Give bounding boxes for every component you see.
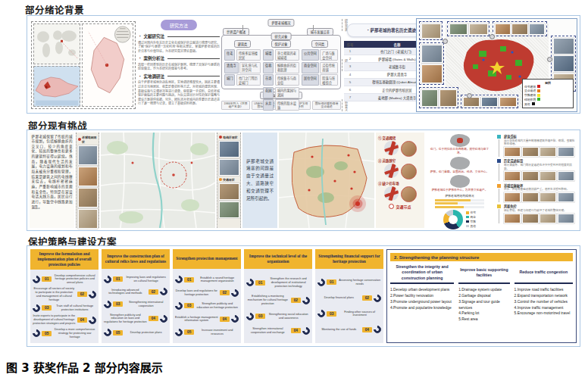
strip-label: 老城电网现状 [78, 135, 98, 144]
damage-photos [504, 214, 577, 223]
connector-dot [467, 93, 472, 98]
planning-col-2: Improve basic supporting facilities 1.Dr… [458, 264, 509, 339]
city-map-overlay-graphic [279, 133, 374, 228]
damage-tag: 建筑受损 [504, 134, 577, 139]
item-number-chip: 04 [77, 317, 87, 323]
flow-group-name: 空间类 [311, 40, 329, 48]
method-title: ・案例分析法 [138, 55, 220, 61]
card-item: Establish a sound heritage management or… [175, 276, 239, 283]
bar [435, 206, 484, 208]
card-item: Finding other sources of investment03 [317, 310, 381, 317]
flow-mid-title: 研究对象 [271, 33, 292, 40]
card-item: Improving laws and regulations on cultur… [104, 276, 167, 283]
card-item: Strengthen the research and development … [246, 277, 310, 288]
country-silhouette [450, 134, 470, 147]
method-item: ・文献研究法 通过对国内外有关历史文化名城保护的文献进行梳理与研究，了解“保护与… [138, 33, 220, 53]
ring-icon [301, 295, 311, 305]
planning-item: 2.Garbage disposal [458, 293, 509, 299]
planning-item: 3.Promote underground power layout [390, 299, 454, 305]
flow-item: 城墙夯土砌筑的老城城墙 [263, 49, 299, 61]
ring-icon [158, 314, 169, 324]
photo-frame [419, 87, 458, 108]
ring-icon [31, 274, 42, 285]
method-body: 通过对国内外有关历史文化名城保护的文献进行梳理与研究，了解“保护与更新”“活化利… [138, 41, 220, 54]
item-number-chip: 02 [220, 290, 230, 295]
planning-col-title: Reduce traffic congestion [514, 264, 573, 284]
research-methods: 研究方法 ・文献研究法 通过对国内外有关历史文化名城保护的文献进行梳理与研究，了… [138, 18, 220, 112]
damage-column: 建筑受损 战火导致老城内大量传统塔楼建筑外墙开裂、倒塌，亟需抢救性修缮。 历史遗… [495, 133, 579, 228]
flow-item: 商业空间沿街传统商铺 [302, 62, 338, 73]
flow-group-name: 建筑类 [234, 40, 252, 48]
road-diagram [384, 164, 399, 178]
legend-color-swatch [466, 225, 469, 228]
item-number-chip: 01 [113, 276, 123, 282]
item-number-chip: 04 [149, 316, 158, 321]
damage-row: 历史遗迹损毁 部分清真寺、城门等历史遗迹在冲突中受到不同程度的损毁。 [497, 158, 577, 181]
item-number-chip: 04 [291, 328, 301, 333]
planning-item: 5.Encourage non-motorized travel [514, 311, 573, 317]
card-item: Introducing advanced technologies and me… [104, 288, 167, 295]
planning-item: 1.Develop urban development plans [390, 287, 454, 293]
country-silhouette [450, 175, 470, 188]
item-number-chip: 02 [77, 292, 87, 297]
legend-row: 住宅建筑 [524, 85, 571, 89]
flow-item: 市场传统集市与商业街 [263, 74, 299, 86]
planning-col-3: Reduce traffic congestion 1.Improve road… [514, 264, 573, 339]
card-header: Strengthening financial support for heri… [315, 249, 383, 269]
bullet-icon: ・ [138, 55, 142, 61]
ring-icon [102, 274, 113, 285]
flow-item: 花园城内的果园与菜园 [263, 87, 299, 98]
damage-desc: 战火导致老城内大量传统塔楼建筑外墙开裂、倒塌，亟需抢救性修缮。 [504, 139, 577, 146]
legend-row: 其他 [524, 102, 571, 106]
bar [435, 199, 484, 201]
damage-marker-icon [497, 159, 501, 163]
item-number-chip: 05 [42, 331, 52, 336]
legend-row: 宗教建筑 [524, 93, 571, 97]
method-title: ・实地调研法 [138, 73, 220, 80]
card-item: Increase investment and resources05 [175, 329, 239, 336]
card-item: Invite experts to participate in the dev… [33, 314, 96, 325]
road-photo [401, 186, 417, 202]
damage-tag: 风貌失控 [504, 204, 577, 208]
connector-line [499, 209, 499, 223]
yemen-map-graphic [34, 67, 80, 106]
connector-dot [489, 34, 495, 39]
legend-row: 绿地农园 [524, 98, 571, 101]
strategy-card-5: Strengthening financial support for heri… [315, 249, 383, 343]
bullet-icon: ・ [138, 33, 142, 39]
flow-item: 住宅传统多层塔楼民居 [224, 49, 261, 61]
ring-icon [316, 277, 327, 288]
damage-photos [504, 192, 577, 202]
ring-icon [316, 308, 327, 319]
photo-strip-power: 老城电网现状 [76, 133, 99, 228]
flow-item: 水井传统的取水设施 [263, 99, 299, 111]
damage-row: 基础设施破坏 供水、供电等基础设施损毁严重，居民生活受到影响。 [497, 183, 577, 202]
photo-frame [419, 21, 443, 40]
card-item: Develop financial plans02 [317, 295, 381, 302]
ring-icon [31, 303, 42, 314]
legend-color-swatch [537, 85, 540, 88]
legend-color-swatch [532, 102, 535, 105]
region-map-graphic [83, 24, 133, 106]
card-header: Improve the technical level of the organ… [244, 249, 312, 269]
planning-header: 2. Strengthening the planning structure [390, 253, 573, 261]
road-issue-label: ② 道路狭窄 [378, 158, 422, 163]
planning-item: 3.Signage and tour guide services [458, 299, 509, 311]
card-item: Strengthen publicity and education on la… [104, 314, 167, 324]
planning-col-title: Improve basic supporting facilities [458, 264, 509, 284]
method-title: ・文献研究法 [138, 33, 220, 39]
challenges-panel: 萨那老城保留了传统的城市规划，包括蜿蜒曲折的交叉口、较少的角度变化、较高的整体性… [27, 130, 580, 231]
research-framework-flowchart: 萨那老城概况 世界遗产概述 城市发展沿革 研究对象 建筑类 住宅传统多层塔楼民居… [221, 19, 341, 111]
photo-frame [419, 42, 444, 85]
legend-color-swatch [537, 98, 540, 101]
donut-legend-row: 商业 [466, 215, 476, 219]
road-diagram [384, 141, 399, 155]
donut-chart [443, 210, 463, 229]
orange-dot-icon [219, 178, 222, 181]
flow-item: 街巷蜿蜒曲折的街巷肌理 [263, 62, 299, 73]
road-diagram [384, 186, 399, 201]
road-issues-column: ① 交通拥堵 ② 道路狭窄 ③ 缺少停车场 交通节点 [376, 133, 424, 228]
flow-item: 公共空间广场与集会空间 [302, 49, 338, 61]
flow-bottom-item: 国际组织援助修缮重点遗迹 [312, 101, 341, 110]
card-item: Monitoring the use of funds04 [317, 326, 381, 333]
